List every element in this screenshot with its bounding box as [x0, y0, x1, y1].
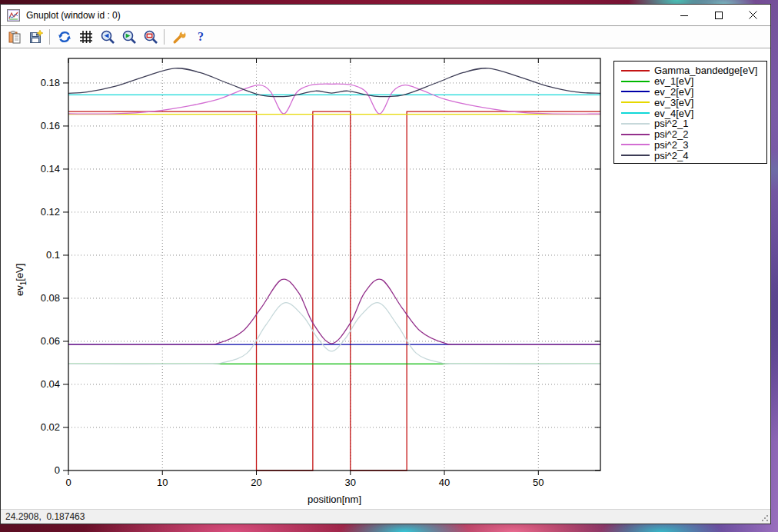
toolbar-separator — [164, 29, 165, 45]
y-tick-label: 0.14 — [41, 163, 60, 175]
y-tick-label: 0.16 — [41, 120, 60, 131]
y-tick-label: 0.04 — [41, 378, 60, 390]
zoom-previous-button[interactable] — [98, 28, 118, 46]
y-tick-label: 0.02 — [41, 421, 60, 433]
legend-item: ev_4[eV] — [614, 108, 766, 118]
y-tick-label: 0.12 — [41, 206, 60, 218]
grid-icon — [79, 30, 93, 44]
close-button[interactable] — [736, 5, 770, 25]
legend-line-sample — [621, 144, 650, 145]
legend-item: psi^2_1 — [614, 118, 766, 129]
y-axis-title: ev1[eV] — [14, 234, 28, 326]
series-psi^2_4 — [68, 68, 600, 97]
plot-canvas: 0102030405000.020.040.060.080.10.120.140… — [1, 48, 770, 510]
legend-item: psi^2_4 — [614, 150, 766, 161]
x-tick-label: 30 — [345, 477, 356, 488]
y-tick-label: 0.08 — [41, 292, 60, 304]
legend-item: ev_3[eV] — [614, 97, 766, 108]
x-tick-label: 20 — [251, 477, 261, 488]
toolbar: ? — [1, 26, 770, 48]
y-tick-label: 0 — [55, 464, 60, 476]
legend-line-sample — [621, 112, 650, 114]
legend-line-sample — [621, 70, 650, 71]
title-bar[interactable]: Gnuplot (window id : 0) — [1, 5, 770, 26]
x-tick-label: 0 — [65, 477, 71, 488]
minimize-icon — [680, 11, 689, 20]
grid-button[interactable] — [76, 28, 96, 46]
zoom-region-icon — [144, 30, 158, 45]
legend-label: psi^2_3 — [654, 140, 688, 150]
save-icon — [29, 30, 43, 44]
gnuplot-app-icon[interactable] — [7, 9, 20, 22]
close-icon — [748, 10, 758, 20]
legend: Gamma_bandedge[eV]ev_1[eV]ev_2[eV]ev_3[e… — [613, 61, 767, 164]
resize-grip[interactable] — [761, 514, 769, 522]
gnuplot-window: Gnuplot (window id : 0) — [0, 4, 771, 524]
help-button[interactable]: ? — [191, 28, 211, 46]
status-bar: 24.2908, 0.187463 — [1, 509, 770, 524]
legend-line-sample — [621, 155, 650, 156]
series-psi^2_3 — [68, 84, 600, 114]
legend-line-sample — [621, 101, 650, 103]
zoom-region-button[interactable] — [141, 28, 161, 46]
replot-button[interactable] — [55, 28, 75, 46]
legend-item: psi^2_3 — [614, 140, 766, 151]
save-button[interactable] — [26, 28, 46, 46]
legend-line-sample — [621, 123, 650, 125]
legend-line-sample — [621, 81, 650, 82]
legend-label: psi^2_1 — [654, 118, 688, 128]
series-psi^2_2 — [68, 279, 600, 344]
maximize-icon — [714, 11, 723, 20]
legend-label: psi^2_2 — [654, 129, 688, 139]
x-tick-label: 40 — [439, 477, 450, 488]
copy-to-clipboard-button[interactable] — [5, 28, 25, 46]
x-tick-label: 50 — [533, 477, 544, 488]
y-tick-label: 0.18 — [41, 77, 60, 88]
wrench-icon — [172, 30, 187, 45]
legend-label: psi^2_4 — [654, 151, 688, 161]
zoom-next-icon — [122, 30, 137, 45]
y-tick-label: 0.1 — [46, 249, 60, 261]
legend-line-sample — [621, 91, 650, 92]
copy-to-clipboard-icon — [8, 30, 22, 44]
cursor-coordinates: 24.2908, 0.187463 — [5, 511, 85, 522]
legend-item: ev_1[eV] — [614, 76, 766, 87]
toolbar-separator — [49, 29, 50, 45]
window-title: Gnuplot (window id : 0) — [26, 10, 121, 21]
legend-label: Gamma_bandedge[eV] — [654, 65, 757, 75]
legend-item: psi^2_2 — [614, 129, 766, 140]
maximize-button[interactable] — [701, 5, 736, 25]
x-axis-title: position[nm] — [308, 494, 361, 505]
zoom-previous-icon — [101, 30, 115, 45]
minimize-button[interactable] — [667, 5, 701, 25]
legend-label: ev_1[eV] — [654, 76, 693, 86]
settings-button[interactable] — [169, 28, 189, 46]
x-tick-label: 10 — [157, 477, 168, 488]
plot-frame — [68, 58, 600, 470]
legend-item: ev_2[eV] — [614, 87, 766, 98]
y-tick-label: 0.06 — [41, 335, 60, 347]
zoom-next-button[interactable] — [119, 28, 139, 46]
series-psi^2_1 — [68, 303, 600, 364]
legend-label: ev_4[eV] — [654, 108, 693, 118]
legend-line-sample — [621, 134, 650, 135]
legend-item: Gamma_bandedge[eV] — [614, 65, 766, 76]
replot-icon — [58, 30, 71, 44]
desktop-background: { "window": { "title": "Gnuplot (window … — [0, 0, 778, 532]
legend-label: ev_2[eV] — [654, 87, 693, 97]
series-Gamma_bandedge[eV] — [68, 111, 600, 470]
help-icon: ? — [198, 30, 204, 44]
legend-label: ev_3[eV] — [654, 98, 693, 108]
